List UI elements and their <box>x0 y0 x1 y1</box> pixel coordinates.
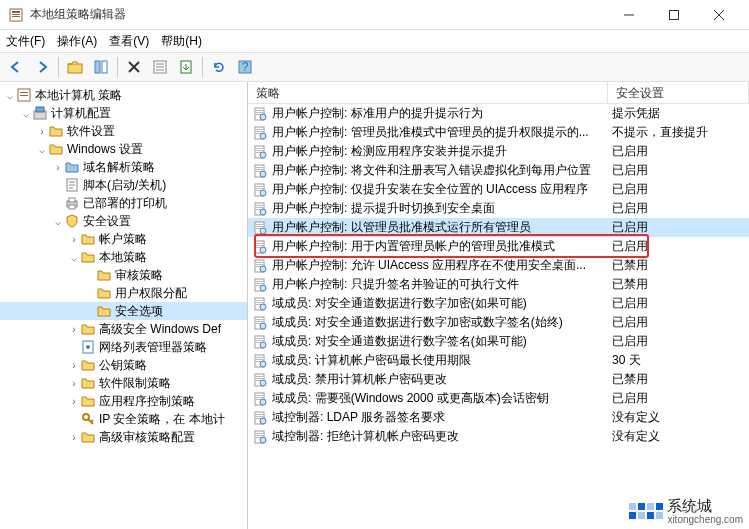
svg-rect-34 <box>256 112 263 113</box>
minimize-button[interactable] <box>606 1 651 29</box>
tree-twisty-icon[interactable]: › <box>68 378 80 389</box>
policy-row[interactable]: 域成员: 需要强(Windows 2000 或更高版本)会话密钥已启用 <box>248 389 749 408</box>
close-button[interactable] <box>696 1 741 29</box>
back-button[interactable] <box>4 55 28 79</box>
policy-setting: 已启用 <box>608 162 749 179</box>
tree-item-network_list[interactable]: 网络列表管理器策略 <box>0 338 247 356</box>
policy-row[interactable]: 用户帐户控制: 用于内置管理员帐户的管理员批准模式已启用 <box>248 237 749 256</box>
svg-text:?: ? <box>242 60 249 74</box>
tree-twisty-icon[interactable]: › <box>68 234 80 245</box>
up-folder-button[interactable] <box>63 55 87 79</box>
policy-row[interactable]: 用户帐户控制: 只提升签名并验证的可执行文件已禁用 <box>248 275 749 294</box>
policy-row[interactable]: 用户帐户控制: 允许 UIAccess 应用程序在不使用安全桌面...已禁用 <box>248 256 749 275</box>
menu-file[interactable]: 文件(F) <box>6 33 45 50</box>
tree-item-dns_policy[interactable]: ›域名解析策略 <box>0 158 247 176</box>
policy-row[interactable]: 用户帐户控制: 检测应用程序安装并提示提升已启用 <box>248 142 749 161</box>
tree-item-windows_settings[interactable]: ⌵Windows 设置 <box>0 140 247 158</box>
policy-row[interactable]: 用户帐户控制: 以管理员批准模式运行所有管理员已启用 <box>248 218 749 237</box>
tree-twisty-icon[interactable]: › <box>36 126 48 137</box>
tree-item-label: 软件限制策略 <box>99 375 171 392</box>
tree-item-user_rights[interactable]: 用户权限分配 <box>0 284 247 302</box>
tree-folder-icon <box>96 267 112 283</box>
policy-name: 用户帐户控制: 将文件和注册表写入错误虚拟化到每用户位置 <box>272 162 591 179</box>
policy-icon <box>252 201 268 217</box>
properties-button[interactable] <box>148 55 172 79</box>
policy-row[interactable]: 域成员: 对安全通道数据进行数字加密或数字签名(始终)已启用 <box>248 313 749 332</box>
svg-rect-21 <box>20 92 28 93</box>
tree-twisty-icon[interactable]: ⌵ <box>36 144 48 155</box>
tree-twisty-icon[interactable]: › <box>68 360 80 371</box>
policy-row[interactable]: 域成员: 对安全通道数据进行数字签名(如果可能)已启用 <box>248 332 749 351</box>
menu-help[interactable]: 帮助(H) <box>161 33 202 50</box>
tree-twisty-icon[interactable]: › <box>68 432 80 443</box>
svg-rect-43 <box>256 148 263 149</box>
tree-item-adv_audit[interactable]: ›高级审核策略配置 <box>0 428 247 446</box>
policy-row[interactable]: 域成员: 对安全通道数据进行数字加密(如果可能)已启用 <box>248 294 749 313</box>
tree-item-root[interactable]: ⌵本地计算机 策略 <box>0 86 247 104</box>
menu-action[interactable]: 操作(A) <box>57 33 97 50</box>
export-button[interactable] <box>174 55 198 79</box>
tree-folder-icon <box>80 393 96 409</box>
tree-item-computer_config[interactable]: ⌵计算机配置 <box>0 104 247 122</box>
tree-item-audit_policy[interactable]: 审核策略 <box>0 266 247 284</box>
col-setting[interactable]: 安全设置 <box>608 82 749 103</box>
svg-rect-98 <box>256 357 263 358</box>
policy-row[interactable]: 域成员: 计算机帐户密码最长使用期限30 天 <box>248 351 749 370</box>
svg-point-61 <box>260 209 266 215</box>
tree-item-account_policy[interactable]: ›帐户策略 <box>0 230 247 248</box>
tree-twisty-icon[interactable]: › <box>52 162 64 173</box>
svg-point-36 <box>260 114 266 120</box>
policy-row[interactable]: 域控制器: 拒绝计算机帐户密码更改没有定义 <box>248 427 749 446</box>
maximize-button[interactable] <box>651 1 696 29</box>
menu-view[interactable]: 查看(V) <box>109 33 149 50</box>
svg-rect-99 <box>256 359 263 360</box>
tree-pane[interactable]: ⌵本地计算机 策略⌵计算机配置›软件设置⌵Windows 设置›域名解析策略脚本… <box>0 82 248 529</box>
policy-icon <box>252 410 268 426</box>
tree-twisty-icon[interactable]: › <box>68 396 80 407</box>
delete-button[interactable] <box>122 55 146 79</box>
policy-name: 域成员: 对安全通道数据进行数字加密或数字签名(始终) <box>272 314 563 331</box>
tree-item-software_restrict[interactable]: ›软件限制策略 <box>0 374 247 392</box>
col-policy[interactable]: 策略 <box>248 82 608 103</box>
policy-row[interactable]: 用户帐户控制: 管理员批准模式中管理员的提升权限提示的...不提示，直接提升 <box>248 123 749 142</box>
tree-item-scripts[interactable]: 脚本(启动/关机) <box>0 176 247 194</box>
policy-row[interactable]: 域成员: 禁用计算机帐户密码更改已禁用 <box>248 370 749 389</box>
svg-rect-48 <box>256 167 263 168</box>
policy-row[interactable]: 用户帐户控制: 标准用户的提升提示行为提示凭据 <box>248 104 749 123</box>
help-button[interactable]: ? <box>233 55 257 79</box>
tree-item-ip_sec[interactable]: IP 安全策略，在 本地计 <box>0 410 247 428</box>
titlebar: 本地组策略编辑器 <box>0 0 749 30</box>
svg-rect-109 <box>256 397 263 398</box>
tree-item-printers[interactable]: 已部署的打印机 <box>0 194 247 212</box>
tree-twisty-icon[interactable]: ⌵ <box>68 252 80 263</box>
tree-twisty-icon[interactable]: › <box>68 324 80 335</box>
policy-icon <box>252 163 268 179</box>
refresh-button[interactable] <box>207 55 231 79</box>
tree-item-security_options[interactable]: 安全选项 <box>0 302 247 320</box>
tree-item-security[interactable]: ⌵安全设置 <box>0 212 247 230</box>
tree-item-app_control[interactable]: ›应用程序控制策略 <box>0 392 247 410</box>
list-body[interactable]: 用户帐户控制: 标准用户的提升提示行为提示凭据用户帐户控制: 管理员批准模式中管… <box>248 104 749 529</box>
policy-row[interactable]: 用户帐户控制: 提示提升时切换到安全桌面已启用 <box>248 199 749 218</box>
tree-item-adv_windows_def[interactable]: ›高级安全 Windows Def <box>0 320 247 338</box>
svg-rect-3 <box>12 16 20 17</box>
tree-item-label: 网络列表管理器策略 <box>99 339 207 356</box>
policy-setting: 已启用 <box>608 219 749 236</box>
policy-icon <box>252 391 268 407</box>
tree-twisty-icon[interactable]: ⌵ <box>4 90 16 101</box>
tree-item-public_key[interactable]: ›公钥策略 <box>0 356 247 374</box>
tree-twisty-icon[interactable]: ⌵ <box>52 216 64 227</box>
show-hide-tree-button[interactable] <box>89 55 113 79</box>
tree-item-label: 审核策略 <box>115 267 163 284</box>
tree-folder-icon <box>96 285 112 301</box>
policy-setting: 没有定义 <box>608 409 749 426</box>
policy-row[interactable]: 域控制器: LDAP 服务器签名要求没有定义 <box>248 408 749 427</box>
tree-twisty-icon[interactable]: ⌵ <box>20 108 32 119</box>
tree-item-local_policy[interactable]: ⌵本地策略 <box>0 248 247 266</box>
tree-item-software[interactable]: ›软件设置 <box>0 122 247 140</box>
tree-folder-icon <box>80 429 96 445</box>
policy-row[interactable]: 用户帐户控制: 将文件和注册表写入错误虚拟化到每用户位置已启用 <box>248 161 749 180</box>
svg-rect-84 <box>256 302 263 303</box>
policy-row[interactable]: 用户帐户控制: 仅提升安装在安全位置的 UIAccess 应用程序已启用 <box>248 180 749 199</box>
forward-button[interactable] <box>30 55 54 79</box>
